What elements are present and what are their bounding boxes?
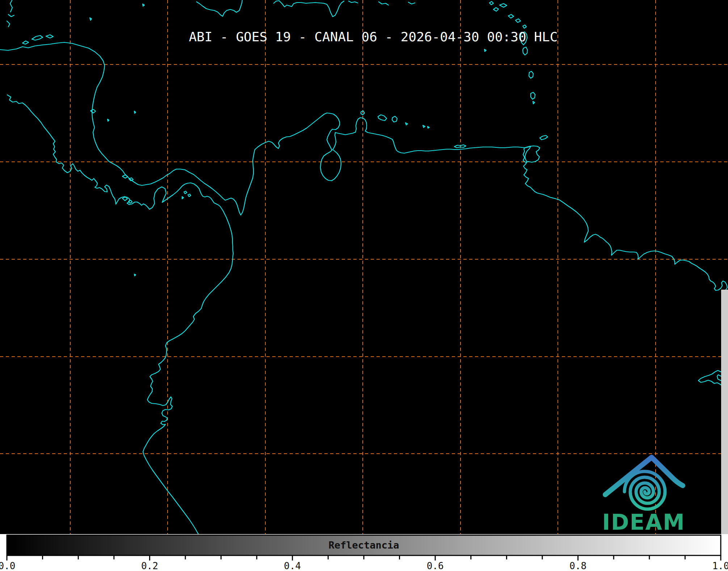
product-title: ABI - GOES 19 - CANAL 06 - 2026-04-30 00… [189, 29, 558, 44]
ideam-logo-text: IDEAM [602, 509, 685, 535]
colorbar-tick-label: 0.4 [284, 560, 301, 571]
colorbar: Reflectancia 0.00.20.40.60.81.0 [0, 534, 728, 571]
colorbar-tick-label: 0.6 [427, 560, 444, 571]
colorbar-label: Reflectancia [328, 539, 399, 551]
colorbar-tick-label: 0.2 [141, 560, 158, 571]
scene-edge-no-data-strip [721, 290, 728, 534]
map-background [0, 0, 728, 534]
colorbar-tick-label: 1.0 [712, 560, 728, 571]
colorbar-tick-label: 0.0 [0, 560, 15, 571]
colorbar-tick-label: 0.8 [569, 560, 586, 571]
goes-satellite-product: ABI - GOES 19 - CANAL 06 - 2026-04-30 00… [0, 0, 728, 571]
